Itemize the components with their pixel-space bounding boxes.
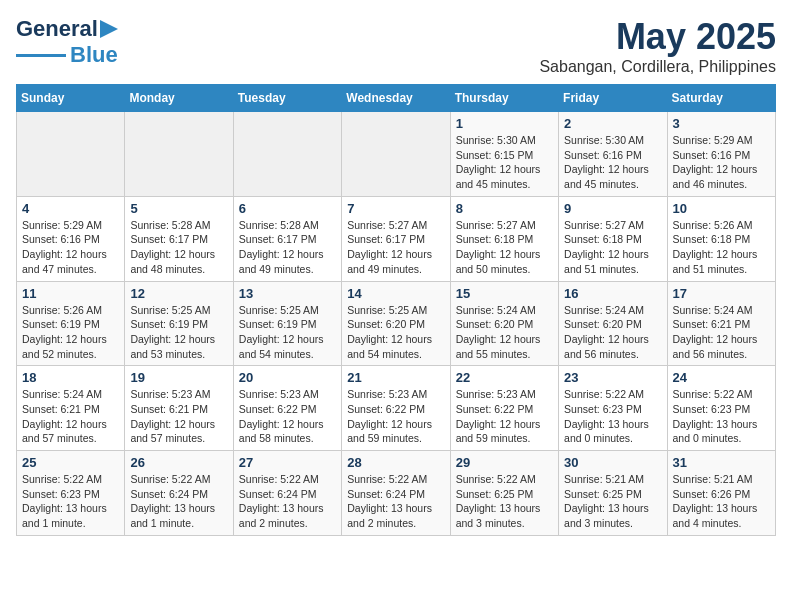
day-number: 20 (239, 370, 336, 385)
page-subtitle: Sabangan, Cordillera, Philippines (539, 58, 776, 76)
calendar-cell (17, 112, 125, 197)
day-number: 23 (564, 370, 661, 385)
calendar-table: SundayMondayTuesdayWednesdayThursdayFrid… (16, 84, 776, 536)
day-number: 14 (347, 286, 444, 301)
weekday-header: Tuesday (233, 85, 341, 112)
svg-marker-0 (100, 20, 118, 38)
calendar-cell: 25Sunrise: 5:22 AM Sunset: 6:23 PM Dayli… (17, 451, 125, 536)
day-info: Sunrise: 5:22 AM Sunset: 6:23 PM Dayligh… (673, 387, 770, 446)
day-info: Sunrise: 5:21 AM Sunset: 6:25 PM Dayligh… (564, 472, 661, 531)
calendar-cell: 16Sunrise: 5:24 AM Sunset: 6:20 PM Dayli… (559, 281, 667, 366)
day-number: 5 (130, 201, 227, 216)
day-number: 10 (673, 201, 770, 216)
day-info: Sunrise: 5:24 AM Sunset: 6:20 PM Dayligh… (456, 303, 553, 362)
day-info: Sunrise: 5:23 AM Sunset: 6:22 PM Dayligh… (347, 387, 444, 446)
day-number: 2 (564, 116, 661, 131)
calendar-cell: 7Sunrise: 5:27 AM Sunset: 6:17 PM Daylig… (342, 196, 450, 281)
weekday-header: Wednesday (342, 85, 450, 112)
weekday-header: Monday (125, 85, 233, 112)
calendar-cell (342, 112, 450, 197)
calendar-cell: 13Sunrise: 5:25 AM Sunset: 6:19 PM Dayli… (233, 281, 341, 366)
day-info: Sunrise: 5:22 AM Sunset: 6:23 PM Dayligh… (22, 472, 119, 531)
day-number: 25 (22, 455, 119, 470)
day-info: Sunrise: 5:29 AM Sunset: 6:16 PM Dayligh… (673, 133, 770, 192)
day-info: Sunrise: 5:21 AM Sunset: 6:26 PM Dayligh… (673, 472, 770, 531)
calendar-cell: 18Sunrise: 5:24 AM Sunset: 6:21 PM Dayli… (17, 366, 125, 451)
weekday-header: Sunday (17, 85, 125, 112)
calendar-week-row: 18Sunrise: 5:24 AM Sunset: 6:21 PM Dayli… (17, 366, 776, 451)
day-info: Sunrise: 5:22 AM Sunset: 6:24 PM Dayligh… (239, 472, 336, 531)
day-number: 17 (673, 286, 770, 301)
day-number: 11 (22, 286, 119, 301)
day-info: Sunrise: 5:24 AM Sunset: 6:21 PM Dayligh… (22, 387, 119, 446)
day-number: 31 (673, 455, 770, 470)
day-info: Sunrise: 5:22 AM Sunset: 6:25 PM Dayligh… (456, 472, 553, 531)
day-number: 12 (130, 286, 227, 301)
page-title: May 2025 (539, 16, 776, 58)
day-info: Sunrise: 5:23 AM Sunset: 6:22 PM Dayligh… (239, 387, 336, 446)
day-number: 3 (673, 116, 770, 131)
calendar-cell: 26Sunrise: 5:22 AM Sunset: 6:24 PM Dayli… (125, 451, 233, 536)
day-info: Sunrise: 5:26 AM Sunset: 6:19 PM Dayligh… (22, 303, 119, 362)
day-number: 30 (564, 455, 661, 470)
calendar-cell: 10Sunrise: 5:26 AM Sunset: 6:18 PM Dayli… (667, 196, 775, 281)
day-number: 15 (456, 286, 553, 301)
day-number: 4 (22, 201, 119, 216)
day-number: 13 (239, 286, 336, 301)
calendar-cell: 23Sunrise: 5:22 AM Sunset: 6:23 PM Dayli… (559, 366, 667, 451)
day-number: 29 (456, 455, 553, 470)
calendar-cell: 19Sunrise: 5:23 AM Sunset: 6:21 PM Dayli… (125, 366, 233, 451)
calendar-cell: 24Sunrise: 5:22 AM Sunset: 6:23 PM Dayli… (667, 366, 775, 451)
title-block: May 2025 Sabangan, Cordillera, Philippin… (539, 16, 776, 76)
day-number: 26 (130, 455, 227, 470)
day-number: 21 (347, 370, 444, 385)
day-info: Sunrise: 5:22 AM Sunset: 6:24 PM Dayligh… (347, 472, 444, 531)
calendar-cell: 22Sunrise: 5:23 AM Sunset: 6:22 PM Dayli… (450, 366, 558, 451)
calendar-week-row: 25Sunrise: 5:22 AM Sunset: 6:23 PM Dayli… (17, 451, 776, 536)
day-info: Sunrise: 5:27 AM Sunset: 6:18 PM Dayligh… (456, 218, 553, 277)
calendar-cell: 21Sunrise: 5:23 AM Sunset: 6:22 PM Dayli… (342, 366, 450, 451)
day-number: 8 (456, 201, 553, 216)
calendar-cell: 28Sunrise: 5:22 AM Sunset: 6:24 PM Dayli… (342, 451, 450, 536)
day-number: 27 (239, 455, 336, 470)
day-info: Sunrise: 5:27 AM Sunset: 6:18 PM Dayligh… (564, 218, 661, 277)
day-number: 7 (347, 201, 444, 216)
day-info: Sunrise: 5:27 AM Sunset: 6:17 PM Dayligh… (347, 218, 444, 277)
day-info: Sunrise: 5:26 AM Sunset: 6:18 PM Dayligh… (673, 218, 770, 277)
day-info: Sunrise: 5:24 AM Sunset: 6:21 PM Dayligh… (673, 303, 770, 362)
day-info: Sunrise: 5:24 AM Sunset: 6:20 PM Dayligh… (564, 303, 661, 362)
calendar-cell: 2Sunrise: 5:30 AM Sunset: 6:16 PM Daylig… (559, 112, 667, 197)
day-info: Sunrise: 5:28 AM Sunset: 6:17 PM Dayligh… (130, 218, 227, 277)
day-number: 9 (564, 201, 661, 216)
calendar-cell: 1Sunrise: 5:30 AM Sunset: 6:15 PM Daylig… (450, 112, 558, 197)
weekday-header: Friday (559, 85, 667, 112)
weekday-header: Thursday (450, 85, 558, 112)
logo-general: General (16, 16, 98, 42)
day-info: Sunrise: 5:25 AM Sunset: 6:20 PM Dayligh… (347, 303, 444, 362)
day-info: Sunrise: 5:28 AM Sunset: 6:17 PM Dayligh… (239, 218, 336, 277)
calendar-header-row: SundayMondayTuesdayWednesdayThursdayFrid… (17, 85, 776, 112)
calendar-cell: 20Sunrise: 5:23 AM Sunset: 6:22 PM Dayli… (233, 366, 341, 451)
calendar-cell: 14Sunrise: 5:25 AM Sunset: 6:20 PM Dayli… (342, 281, 450, 366)
calendar-cell (233, 112, 341, 197)
calendar-cell: 9Sunrise: 5:27 AM Sunset: 6:18 PM Daylig… (559, 196, 667, 281)
logo-arrow-icon (100, 20, 118, 38)
calendar-cell: 15Sunrise: 5:24 AM Sunset: 6:20 PM Dayli… (450, 281, 558, 366)
day-number: 28 (347, 455, 444, 470)
day-info: Sunrise: 5:30 AM Sunset: 6:15 PM Dayligh… (456, 133, 553, 192)
calendar-cell (125, 112, 233, 197)
calendar-cell: 17Sunrise: 5:24 AM Sunset: 6:21 PM Dayli… (667, 281, 775, 366)
calendar-cell: 4Sunrise: 5:29 AM Sunset: 6:16 PM Daylig… (17, 196, 125, 281)
day-info: Sunrise: 5:22 AM Sunset: 6:24 PM Dayligh… (130, 472, 227, 531)
day-number: 6 (239, 201, 336, 216)
calendar-cell: 6Sunrise: 5:28 AM Sunset: 6:17 PM Daylig… (233, 196, 341, 281)
calendar-cell: 5Sunrise: 5:28 AM Sunset: 6:17 PM Daylig… (125, 196, 233, 281)
calendar-cell: 8Sunrise: 5:27 AM Sunset: 6:18 PM Daylig… (450, 196, 558, 281)
calendar-cell: 27Sunrise: 5:22 AM Sunset: 6:24 PM Dayli… (233, 451, 341, 536)
calendar-cell: 30Sunrise: 5:21 AM Sunset: 6:25 PM Dayli… (559, 451, 667, 536)
day-number: 18 (22, 370, 119, 385)
weekday-header: Saturday (667, 85, 775, 112)
day-info: Sunrise: 5:25 AM Sunset: 6:19 PM Dayligh… (130, 303, 227, 362)
logo-blue: Blue (70, 42, 118, 68)
day-number: 19 (130, 370, 227, 385)
